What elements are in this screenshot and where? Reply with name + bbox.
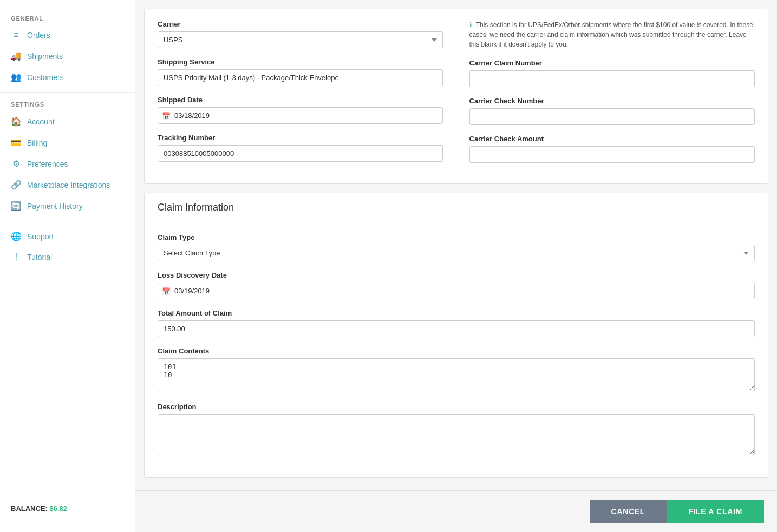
sidebar-item-support[interactable]: 🌐 Support [0,226,135,247]
sidebar-label-preferences: Preferences [27,160,68,168]
carrier-check-amount-input[interactable] [469,146,755,163]
tutorial-icon: ! [11,252,22,262]
claim-info-card: Claim Information Claim Type Select Clai… [144,193,768,478]
sidebar-label-orders: Orders [27,31,50,40]
carrier-card: Carrier USPS Shipping Service Shipped Da… [144,9,768,184]
account-icon: 🏠 [11,116,22,127]
sidebar-label-billing: Billing [27,139,47,147]
tracking-number-label: Tracking Number [158,134,443,142]
shipping-service-field-group: Shipping Service [158,58,443,86]
total-amount-label: Total Amount of Claim [158,309,755,317]
claim-type-label: Claim Type [158,233,755,241]
main-content: Carrier USPS Shipping Service Shipped Da… [135,0,777,532]
description-label: Description [158,403,755,411]
sidebar-item-payment-history[interactable]: 🔄 Payment History [0,195,135,216]
info-icon: ℹ [469,21,472,29]
carrier-field-group: Carrier USPS [158,20,443,48]
sidebar-label-tutorial: Tutorial [27,253,52,261]
loss-discovery-date-wrapper: 📅 [158,283,755,299]
sidebar-label-shipments: Shipments [27,52,63,61]
sidebar-item-customers[interactable]: 👥 Customers [0,67,135,88]
claim-info-section: Claim Type Select Claim Type Lost Damage… [145,222,768,477]
loss-discovery-date-field-group: Loss Discovery Date 📅 [158,271,755,299]
sidebar-item-marketplace[interactable]: 🔗 Marketplace Integrations [0,174,135,195]
sidebar-label-marketplace: Marketplace Integrations [27,181,110,189]
carrier-info-box: ℹ This section is for UPS/FedEx/Other sh… [469,20,755,49]
sidebar-label-account: Account [27,117,55,126]
claim-type-select[interactable]: Select Claim Type Lost Damaged Missing C… [158,245,755,261]
description-textarea[interactable] [158,414,755,455]
shipping-service-label: Shipping Service [158,58,443,66]
content-area: Carrier USPS Shipping Service Shipped Da… [135,0,777,490]
shipments-icon: 🚚 [11,51,22,61]
general-section-label: GENERAL [0,11,135,25]
carrier-claim-number-input[interactable] [469,70,755,87]
balance-section: BALANCE: $6.82 [0,496,135,521]
shipped-date-calendar-icon: 📅 [162,111,171,120]
shipped-date-label: Shipped Date [158,96,443,104]
carrier-select[interactable]: USPS [158,31,443,48]
sidebar-divider-2 [0,221,135,221]
carrier-info-text: This section is for UPS/FedEx/Other ship… [469,21,753,48]
sidebar-item-shipments[interactable]: 🚚 Shipments [0,45,135,67]
carrier-claim-number-field-group: Carrier Claim Number [469,59,755,87]
claim-info-section-title: Claim Information [145,193,768,222]
sidebar-item-account[interactable]: 🏠 Account [0,111,135,132]
balance-label: BALANCE: [11,504,48,513]
carrier-left-col: Carrier USPS Shipping Service Shipped Da… [145,9,456,183]
preferences-icon: ⚙ [11,159,22,169]
claim-contents-textarea[interactable]: 101 10 [158,358,755,391]
billing-icon: 💳 [11,137,22,148]
sidebar-divider-1 [0,92,135,93]
total-amount-input[interactable] [158,320,755,337]
total-amount-field-group: Total Amount of Claim [158,309,755,337]
carrier-check-amount-field-group: Carrier Check Amount [469,135,755,163]
balance-amount: $6.82 [50,504,68,513]
claim-contents-field-group: Claim Contents 101 10 [158,347,755,393]
sidebar-item-orders[interactable]: ≡ Orders [0,25,135,45]
carrier-label: Carrier [158,20,443,28]
shipping-service-input[interactable] [158,69,443,86]
claim-type-field-group: Claim Type Select Claim Type Lost Damage… [158,233,755,261]
tracking-number-field-group: Tracking Number [158,134,443,162]
payment-history-icon: 🔄 [11,201,22,211]
support-icon: 🌐 [11,231,22,241]
customers-icon: 👥 [11,72,22,82]
shipped-date-field-group: Shipped Date 📅 [158,96,443,124]
carrier-two-col: Carrier USPS Shipping Service Shipped Da… [145,9,768,183]
sidebar-item-preferences[interactable]: ⚙ Preferences [0,153,135,174]
footer-bar: CANCEL FILE A CLAIM [135,490,777,532]
sidebar-item-tutorial[interactable]: ! Tutorial [0,247,135,267]
description-field-group: Description [158,403,755,457]
carrier-check-number-label: Carrier Check Number [469,97,755,105]
sidebar-item-billing[interactable]: 💳 Billing [0,132,135,153]
shipped-date-wrapper: 📅 [158,107,443,124]
shipped-date-input[interactable] [158,107,443,124]
tracking-number-input[interactable] [158,145,443,162]
carrier-right-col: ℹ This section is for UPS/FedEx/Other sh… [456,9,768,183]
sidebar: GENERAL ≡ Orders 🚚 Shipments 👥 Customers… [0,0,135,532]
sidebar-label-payment-history: Payment History [27,202,83,211]
carrier-check-amount-label: Carrier Check Amount [469,135,755,143]
sidebar-label-customers: Customers [27,73,64,82]
claim-contents-label: Claim Contents [158,347,755,355]
file-claim-button[interactable]: FILE A CLAIM [667,500,764,523]
carrier-check-number-input[interactable] [469,108,755,125]
sidebar-label-support: Support [27,232,54,241]
cancel-button[interactable]: CANCEL [590,500,667,523]
carrier-claim-number-label: Carrier Claim Number [469,59,755,67]
loss-discovery-date-input[interactable] [158,283,755,299]
settings-section-label: SETTINGS [0,97,135,111]
loss-discovery-date-label: Loss Discovery Date [158,271,755,279]
carrier-check-number-field-group: Carrier Check Number [469,97,755,125]
orders-icon: ≡ [11,30,22,40]
marketplace-icon: 🔗 [11,180,22,190]
loss-discovery-calendar-icon: 📅 [162,287,171,295]
